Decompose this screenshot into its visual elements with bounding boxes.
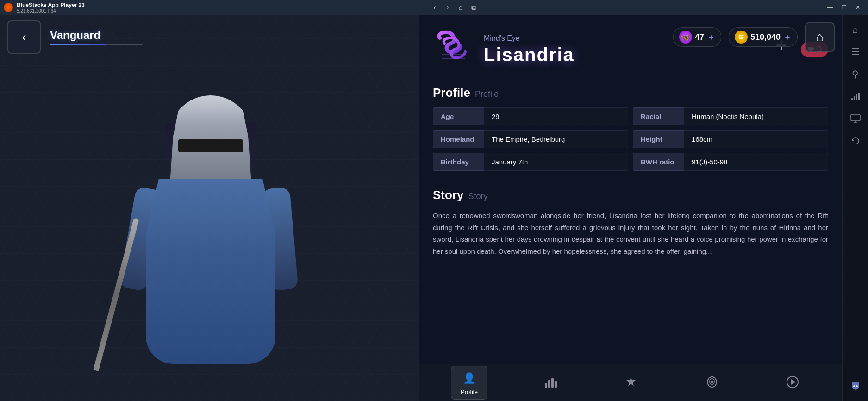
gold-resource: G 510,040 ＋ <box>729 27 798 47</box>
home-button[interactable]: ⌂ <box>805 22 835 52</box>
svg-rect-2 <box>551 378 554 388</box>
butterfly-add-btn[interactable]: ＋ <box>707 31 715 43</box>
bottom-navigation: 👤 Profile <box>419 364 842 401</box>
stat-row-bwh: BWH ratio 91(J)-50-98 <box>633 153 828 171</box>
top-header: ‹ Vanguard 🦋 47 ＋ G 510,040 ＋ ⌂ <box>0 15 842 59</box>
butterfly-count: 47 <box>695 32 704 42</box>
gold-count: 510,040 <box>750 32 781 42</box>
profile-tab-icon: 👤 <box>461 370 478 387</box>
stat-value-age: 29 <box>484 107 628 125</box>
character-area <box>0 59 421 401</box>
profile-subtitle: Profile <box>475 89 499 99</box>
svg-marker-17 <box>852 139 854 141</box>
close-btn[interactable]: ✕ <box>851 3 864 12</box>
header-title-area: Vanguard <box>50 29 673 45</box>
skills-tab-icon <box>623 374 639 390</box>
divider-2 <box>433 182 828 182</box>
character-blindfold <box>178 139 243 152</box>
right-sidebar: ⌂ ☰ ⚲ <box>842 15 868 401</box>
app-name: BlueStacks App Player 23 5.21.631.1001 P… <box>17 2 85 13</box>
sidebar-search-icon[interactable]: ⚲ <box>845 64 866 84</box>
sidebar-rotate-icon[interactable] <box>845 131 866 151</box>
play-tab-icon <box>784 374 801 390</box>
tab-stats[interactable] <box>533 370 568 396</box>
stat-value-homeland: The Empire, Bethelburg <box>484 130 628 148</box>
butterfly-resource: 🦋 47 ＋ <box>673 27 721 47</box>
restore-btn[interactable]: ❐ <box>837 3 850 12</box>
stat-label-birthday: Birthday <box>433 153 484 171</box>
right-panel: Mind's Eye Lisandria ❤ 0 ✛ Profile Profi… <box>419 15 842 401</box>
stat-label-bwh: BWH ratio <box>633 153 684 171</box>
profile-tab-label: Profile <box>461 388 478 395</box>
nav-back-btn[interactable]: ‹ <box>429 2 440 13</box>
svg-marker-4 <box>626 376 636 386</box>
stat-label-age: Age <box>433 107 484 125</box>
svg-point-18 <box>853 385 855 387</box>
stat-value-birthday: January 7th <box>484 153 628 171</box>
header-right: 🦋 47 ＋ G 510,040 ＋ ⌂ <box>673 22 835 52</box>
stat-label-homeland: Homeland <box>433 130 484 148</box>
character-body <box>123 95 299 401</box>
coin-icon: G <box>735 31 748 44</box>
gold-add-btn[interactable]: ＋ <box>783 31 792 43</box>
tab-play[interactable] <box>775 370 810 396</box>
stat-row-height: Height 168cm <box>633 130 828 148</box>
butterfly-icon: 🦋 <box>679 31 692 44</box>
title-bar: BlueStacks App Player 23 5.21.631.1001 P… <box>0 0 868 15</box>
story-section-header: Story Story <box>433 188 828 202</box>
stat-value-racial: Human (Noctis Nebula) <box>684 107 828 125</box>
profile-title: Profile <box>433 86 470 100</box>
titlebar-left: BlueStacks App Player 23 5.21.631.1001 P… <box>4 2 85 13</box>
sidebar-discord-icon[interactable] <box>845 376 866 396</box>
titlebar-controls: — ❐ ✕ <box>824 3 864 12</box>
svg-marker-9 <box>791 379 796 385</box>
svg-rect-11 <box>854 96 855 100</box>
game-title: Vanguard <box>50 29 673 42</box>
stats-tab-icon <box>542 374 559 390</box>
titlebar-nav: ‹ › ⌂ ⧉ <box>429 2 479 13</box>
svg-rect-0 <box>545 383 547 388</box>
svg-rect-1 <box>548 380 550 388</box>
divider-1 <box>433 80 828 80</box>
tab-skills[interactable] <box>613 370 649 396</box>
app-icon <box>4 3 13 12</box>
story-subtitle: Story <box>468 192 487 201</box>
character-figure <box>49 86 373 401</box>
tab-gear[interactable] <box>694 370 730 396</box>
character-image-container <box>0 59 421 401</box>
game-area: ‹ Vanguard 🦋 47 ＋ G 510,040 ＋ ⌂ <box>0 15 868 401</box>
svg-rect-14 <box>851 114 860 121</box>
sidebar-menu-icon[interactable]: ☰ <box>845 42 866 62</box>
stats-grid: Age 29 Racial Human (Noctis Nebula) Home… <box>433 107 828 171</box>
back-button[interactable]: ‹ <box>7 20 41 54</box>
story-text: Once a renowned swordswoman alongside he… <box>433 210 828 257</box>
stat-row-homeland: Homeland The Empire, Bethelburg <box>433 130 628 148</box>
svg-rect-12 <box>856 94 857 100</box>
character-sword <box>93 218 139 371</box>
profile-section-header: Profile Profile <box>433 86 828 100</box>
tab-profile[interactable]: 👤 Profile <box>451 366 487 400</box>
svg-rect-13 <box>858 93 860 100</box>
sidebar-signal-icon[interactable] <box>845 86 866 107</box>
stat-label-height: Height <box>633 130 684 148</box>
svg-point-7 <box>711 381 713 383</box>
stat-row-racial: Racial Human (Noctis Nebula) <box>633 107 828 125</box>
progress-bar <box>50 44 143 45</box>
sidebar-home-icon[interactable]: ⌂ <box>845 19 866 40</box>
svg-rect-10 <box>851 98 853 100</box>
nav-copy-btn[interactable]: ⧉ <box>468 2 479 13</box>
stat-row-birthday: Birthday January 7th <box>433 153 628 171</box>
nav-home-btn[interactable]: ⌂ <box>455 2 466 13</box>
svg-point-19 <box>856 385 858 387</box>
stat-row-age: Age 29 <box>433 107 628 125</box>
stat-value-bwh: 91(J)-50-98 <box>684 153 828 171</box>
nav-forward-btn[interactable]: › <box>442 2 453 13</box>
stat-label-racial: Racial <box>633 107 684 125</box>
character-dress <box>146 179 275 364</box>
stat-value-height: 168cm <box>684 130 828 148</box>
gear-tab-icon <box>704 374 720 390</box>
sidebar-monitor-icon[interactable] <box>845 108 866 129</box>
minimize-btn[interactable]: — <box>824 3 837 12</box>
svg-rect-3 <box>555 381 557 388</box>
story-title: Story <box>433 188 463 202</box>
